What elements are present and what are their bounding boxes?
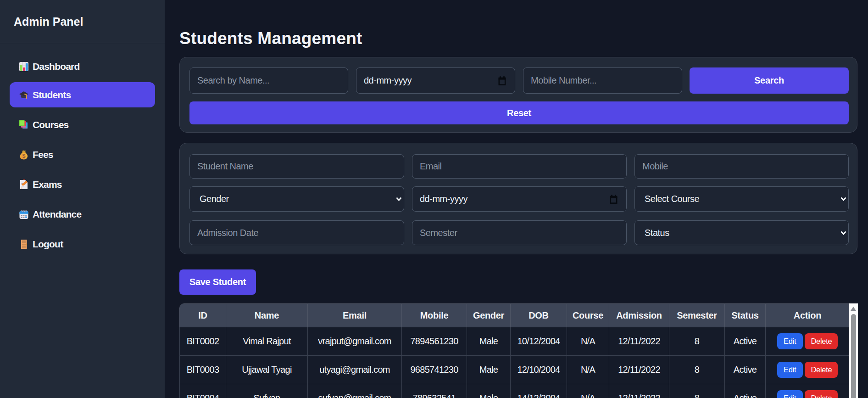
svg-text:$: $	[22, 153, 26, 159]
